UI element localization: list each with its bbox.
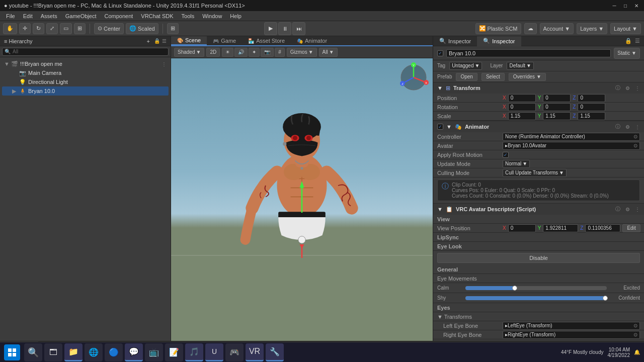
lighting-button[interactable]: ☀ [222, 48, 233, 57]
vrc-settings-icon[interactable]: ⚙ [625, 207, 630, 212]
scale-tool-button[interactable]: ⤢ [46, 23, 58, 34]
collab-button[interactable]: ☁ [524, 23, 537, 34]
hierarchy-bryan-item[interactable]: ▶ 🧍 Bryan 10.0 [2, 86, 169, 96]
space-scaled-button[interactable]: 🌐 Scaled [126, 23, 158, 34]
apply-root-checkbox[interactable] [503, 152, 509, 158]
rotation-states-expand[interactable]: ▼ Rotation States [437, 341, 503, 341]
transforms-expand[interactable]: ▼ Transforms [437, 314, 503, 320]
taskbar-unity[interactable]: U [205, 343, 223, 361]
tag-dropdown[interactable]: Untagged ▼ [449, 62, 482, 70]
position-y-field[interactable]: 0 [543, 94, 571, 102]
rotate-tool-button[interactable]: ↻ [33, 23, 44, 34]
transform-header[interactable]: ▼ ⊞ Transform ⓘ ⚙ ⋮ [433, 82, 644, 94]
active-checkbox[interactable] [437, 50, 443, 56]
menu-gameobject[interactable]: GameObject [61, 11, 101, 21]
taskbar-discord[interactable]: 💬 [125, 343, 143, 361]
2d-button[interactable]: 2D [206, 48, 220, 57]
window-controls[interactable]: ─ □ ✕ [611, 2, 640, 9]
taskbar-spotify[interactable]: 🎵 [185, 343, 203, 361]
inspector-menu-icon[interactable]: ☰ [635, 38, 640, 44]
inspector-lock-icon[interactable]: 🔒 [625, 38, 632, 44]
inspector-tab-1[interactable]: 🔍 Inspector [433, 36, 477, 46]
camera-button[interactable]: 📷 [261, 48, 274, 57]
maximize-button[interactable]: □ [622, 2, 629, 9]
audio-button[interactable]: 🔊 [234, 48, 248, 57]
disable-button[interactable]: Disable [437, 253, 640, 263]
vrc-descriptor-header[interactable]: ▼ 📋 VRC Avatar Descriptor (Script) ⓘ ⚙ ⋮ [433, 204, 644, 215]
layout-button[interactable]: Layout ▼ [610, 23, 641, 34]
viewport-canvas[interactable]: Y X Z [171, 58, 433, 341]
combined-tool-button[interactable]: ⊞ [74, 23, 86, 34]
view-z-field[interactable]: 0.1100356 [585, 224, 620, 232]
taskbar-app6[interactable]: 🎮 [225, 343, 244, 361]
play-button[interactable]: ▶ [264, 22, 277, 35]
animator-header[interactable]: ▼ 🎭 Animator ⓘ ⚙ ⋮ [433, 121, 644, 132]
tab-animator[interactable]: 🎭 Animator [291, 36, 333, 45]
inspector-tab-2[interactable]: 🔍 Inspector [477, 36, 521, 46]
vrc-info-icon[interactable]: ⓘ [615, 206, 620, 213]
taskbar-app7[interactable]: 🔧 [266, 343, 284, 361]
scale-x-field[interactable]: 1.15 [508, 112, 536, 120]
animator-menu-icon[interactable]: ⋮ [635, 124, 640, 130]
static-dropdown[interactable]: Static ▼ [614, 48, 640, 59]
hierarchy-menu-icon[interactable]: ☰ [162, 38, 167, 44]
step-button[interactable]: ⏭ [292, 22, 305, 35]
rotation-x-field[interactable]: 0 [508, 103, 536, 111]
shy-confident-slider[interactable] [465, 296, 607, 300]
all-dropdown[interactable]: All ▼ [319, 48, 338, 57]
vrc-menu-icon[interactable]: ⋮ [635, 207, 640, 212]
animator-settings-icon[interactable]: ⚙ [625, 124, 630, 130]
transform-settings-icon[interactable]: ⚙ [625, 85, 630, 91]
notification-icon[interactable]: 🔔 [634, 349, 640, 355]
taskbar-app5[interactable]: 📺 [145, 343, 163, 361]
menu-window[interactable]: Window [198, 11, 226, 21]
menu-help[interactable]: Help [226, 11, 246, 21]
hierarchy-scene-item[interactable]: ▼ 🎬 !!!Bryan open me ⋮ [2, 59, 169, 68]
prefab-open-button[interactable]: Open [456, 73, 477, 81]
avatar-field[interactable]: ▸Bryan 10.0Avatar ⊙ [503, 142, 640, 150]
prefab-select-button[interactable]: Select [481, 73, 505, 81]
update-mode-dropdown[interactable]: Normal ▼ [503, 160, 530, 168]
tab-scene[interactable]: 🎨 Scene [171, 36, 207, 45]
taskbar-word[interactable]: 📝 [165, 343, 183, 361]
scene-menu[interactable]: ⋮ [162, 61, 167, 67]
pivot-center-button[interactable]: ⊙ Center [94, 23, 124, 34]
taskbar-vrchat[interactable]: VR [246, 343, 264, 361]
hierarchy-add-button[interactable]: + [147, 38, 150, 44]
hierarchy-lock-icon[interactable]: 🔒 [154, 38, 160, 44]
tab-game[interactable]: 🎮 Game [207, 36, 242, 45]
taskbar-search[interactable]: 🔍 [24, 343, 42, 361]
plastic-scm-button[interactable]: 🔀 Plastic SCM [475, 23, 521, 34]
position-z-field[interactable]: 0 [578, 94, 605, 102]
view-x-field[interactable]: 0 [508, 224, 536, 232]
menu-file[interactable]: File [2, 11, 19, 21]
tab-asset-store[interactable]: 🏪 Asset Store [242, 36, 291, 45]
gizmos-dropdown[interactable]: Gizmos ▼ [287, 48, 317, 57]
menu-assets[interactable]: Assets [37, 11, 61, 21]
taskbar-file-explorer[interactable]: 📁 [64, 343, 83, 361]
minimize-button[interactable]: ─ [611, 2, 618, 9]
transform-info-icon[interactable]: ⓘ [615, 84, 620, 92]
scale-z-field[interactable]: 1.15 [578, 112, 605, 120]
effects-button[interactable]: ✦ [249, 48, 260, 57]
hand-tool-button[interactable]: ✋ [3, 23, 17, 34]
transform-menu-icon[interactable]: ⋮ [635, 85, 640, 91]
hierarchy-search-box[interactable]: 🔍 All [2, 48, 169, 56]
pause-button[interactable]: ⏸ [278, 22, 291, 35]
hierarchy-light-item[interactable]: ▶ 💡 Directional Light [2, 77, 169, 86]
rect-tool-button[interactable]: ▭ [60, 23, 72, 34]
taskbar-chrome[interactable]: 🔵 [105, 343, 123, 361]
view-y-field[interactable]: 1.922811 [543, 224, 578, 232]
culling-mode-dropdown[interactable]: Cull Update Transforms ▼ [503, 169, 567, 177]
close-button[interactable]: ✕ [633, 2, 640, 9]
move-tool-button[interactable]: ✛ [19, 23, 31, 34]
layer-dropdown[interactable]: Default ▼ [507, 62, 534, 70]
animator-active-checkbox[interactable] [437, 124, 443, 130]
object-name-field[interactable]: Bryan 10.0 [446, 49, 611, 57]
rotation-z-field[interactable]: 0 [578, 103, 605, 111]
left-eye-bone-field[interactable]: ▸LeftEye (Transform) ⊙ [503, 322, 640, 330]
start-button[interactable] [4, 344, 20, 360]
menu-edit[interactable]: Edit [19, 11, 37, 21]
grid-button[interactable]: # [275, 48, 285, 57]
position-x-field[interactable]: 0 [508, 94, 536, 102]
